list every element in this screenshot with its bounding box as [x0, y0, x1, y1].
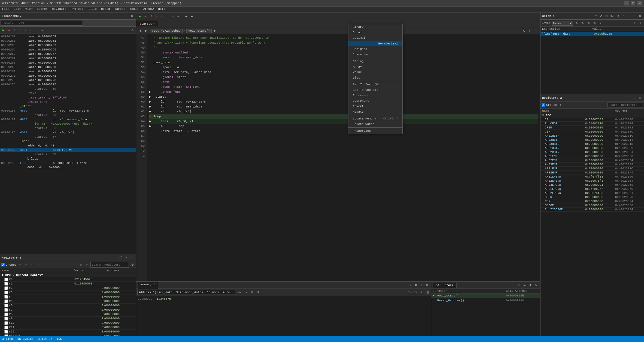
ctx-delete-watch[interactable]: Delete Watch: [348, 121, 402, 127]
reg-r2-check[interactable]: [4, 286, 8, 290]
ctx-properties[interactable]: Properties: [348, 128, 402, 134]
watch-clear[interactable]: ✕: [621, 14, 626, 19]
ctx-locate-memory[interactable]: Locate Memory Ctrl+T, Y: [348, 116, 402, 121]
ctx-increment[interactable]: Increment: [348, 93, 402, 98]
ctx-array[interactable]: Array: [348, 64, 402, 70]
disasm-step-over[interactable]: ⤵: [17, 28, 22, 33]
watch-xb[interactable]: x: [598, 21, 603, 26]
ctx-negate[interactable]: Negate: [348, 109, 402, 115]
reg-search-input[interactable]: [90, 262, 129, 268]
reg-prev[interactable]: ←: [30, 262, 35, 267]
menu-tools[interactable]: Tools: [127, 7, 141, 12]
call-stack-tab[interactable]: Call Stack: [433, 283, 457, 288]
watch-x1[interactable]: x₁: [574, 21, 579, 26]
disasm-reset[interactable]: ↺: [12, 28, 17, 33]
groups-checkbox[interactable]: [1, 263, 5, 266]
reg-r9-check[interactable]: [4, 317, 8, 320]
disasm-step-instr2[interactable]: ⇥: [39, 28, 44, 33]
watch-x4[interactable]: x₄: [586, 21, 591, 26]
ctx-decimal[interactable]: Decimal: [348, 35, 402, 41]
mem-next[interactable]: ▷: [243, 290, 248, 295]
bc-btn3[interactable]: ⋯: [534, 28, 539, 33]
src-toolbar-stop[interactable]: ■: [143, 14, 148, 19]
src-step-out[interactable]: ↑: [165, 14, 169, 19]
reg-next[interactable]: →: [36, 262, 41, 267]
memory-tab[interactable]: Memory 1: [138, 282, 158, 289]
menu-debug[interactable]: Debug: [99, 7, 112, 12]
mem-pause[interactable]: ⏸: [414, 283, 418, 288]
watch-copy2[interactable]: ⎘: [632, 14, 637, 19]
disasm-run[interactable]: ▶: [1, 28, 6, 33]
ctx-set-zero[interactable]: Set To Zero (0): [348, 82, 402, 87]
minimize-button[interactable]: ─: [624, 1, 629, 5]
menu-target[interactable]: Target: [112, 7, 127, 12]
menu-project[interactable]: Project: [69, 7, 86, 12]
cs-btn1[interactable]: ⤢: [517, 283, 522, 288]
reg2-btn2[interactable]: ⤢: [632, 95, 637, 100]
reg-r11-check[interactable]: [4, 326, 8, 329]
ctx-octal[interactable]: Octal: [348, 30, 402, 35]
menu-file[interactable]: File: [0, 7, 11, 12]
function-selector[interactable]: void_start(): [186, 29, 212, 33]
watch-expand-all[interactable]: ⤢: [599, 14, 603, 19]
src-step-into[interactable]: ↓: [159, 14, 164, 19]
watch-sync[interactable]: ⇄: [593, 14, 598, 19]
reg-collapse[interactable]: −: [24, 262, 29, 267]
reg-gear[interactable]: ⚙: [130, 262, 135, 267]
memory-address-input[interactable]: [137, 290, 235, 295]
disasm-btn-1[interactable]: ⛶: [119, 14, 123, 19]
mem-refresh[interactable]: ↺: [419, 283, 424, 288]
reg1-close[interactable]: ✕: [129, 255, 134, 260]
reg2-close[interactable]: ✕: [637, 95, 642, 100]
bc-btn2[interactable]: ↑↓: [528, 28, 533, 33]
reg-r4-check[interactable]: [4, 295, 8, 299]
mem-x2[interactable]: x₂: [413, 290, 418, 295]
menu-build[interactable]: Build: [86, 7, 99, 12]
watch-col-toggle[interactable]: ⊟: [604, 14, 609, 19]
menu-search[interactable]: Search: [35, 7, 50, 12]
reg-r3-check[interactable]: [4, 291, 8, 294]
cpu-group-header[interactable]: ▼ CPU - Current Context: [0, 273, 136, 277]
ctx-hexadecimal[interactable]: ✓ Hexadecimal: [348, 41, 402, 46]
window-controls[interactable]: ─ □ ✕: [624, 1, 642, 5]
reg2-btn1[interactable]: ⛶: [627, 95, 631, 100]
menu-view[interactable]: View: [23, 7, 35, 12]
disasm-stop[interactable]: ■: [7, 28, 11, 33]
menu-navigate[interactable]: Navigate: [50, 7, 69, 12]
src-step-i2[interactable]: ⇥: [175, 14, 180, 19]
watch-close[interactable]: ✕: [637, 14, 642, 19]
maximize-button[interactable]: □: [631, 1, 635, 5]
cs-pause[interactable]: ⏸: [528, 283, 533, 288]
reg-expand[interactable]: +: [18, 262, 23, 267]
mem-grid[interactable]: ⊞: [249, 290, 254, 295]
reg1-btn-1[interactable]: ⛶: [119, 255, 123, 260]
reg2-search-input[interactable]: [607, 103, 643, 107]
rcc-group-header[interactable]: ▼ RCC: [540, 113, 644, 118]
reg-r6-check[interactable]: [4, 304, 8, 307]
disasm-btn-2[interactable]: ⤢: [124, 14, 129, 19]
disasm-close[interactable]: ✕: [129, 14, 134, 19]
src-forward[interactable]: ▶: [189, 14, 194, 19]
reg1-btn-2[interactable]: ⤢: [124, 255, 129, 260]
menu-edit[interactable]: Edit: [11, 7, 23, 12]
watch-x2[interactable]: x₂: [580, 21, 585, 26]
src-back[interactable]: ◀: [184, 14, 189, 19]
reg2-collapse[interactable]: −: [564, 103, 569, 107]
ctx-binary[interactable]: Binary: [348, 24, 402, 30]
source-tab-close[interactable]: ✕: [153, 22, 155, 25]
watch-x[interactable]: x: [616, 14, 621, 19]
menu-help[interactable]: Help: [156, 7, 167, 12]
ctx-list[interactable]: List: [348, 75, 402, 80]
ctx-unsigned[interactable]: Unsigned: [348, 46, 402, 52]
reg-r5-check[interactable]: [4, 299, 8, 303]
reg-settings2[interactable]: ≡: [84, 262, 89, 267]
reg-r10-check[interactable]: [4, 321, 8, 325]
watch-format-select[interactable]: Never Always On Change: [552, 21, 573, 26]
disasm-settings[interactable]: ⚙: [130, 28, 135, 33]
watch-xa[interactable]: xₐ: [592, 21, 597, 26]
ctx-value[interactable]: Value: [348, 70, 402, 75]
cs-settings[interactable]: ⚙: [533, 283, 538, 288]
reg2-groups-checkbox[interactable]: [542, 103, 545, 107]
reg-r1-check[interactable]: [4, 282, 8, 286]
disasm-search-input[interactable]: [1, 20, 83, 26]
